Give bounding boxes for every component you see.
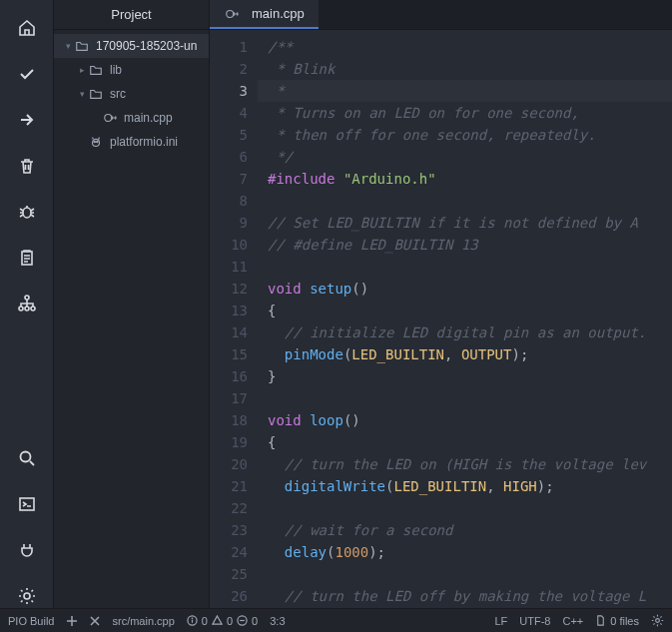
code-line — [258, 563, 672, 585]
svg-point-18 — [656, 619, 660, 623]
tab-label: main.cpp — [252, 6, 305, 21]
gear-icon — [651, 614, 664, 627]
search-icon[interactable] — [15, 446, 39, 470]
status-settings[interactable] — [651, 614, 664, 627]
status-build[interactable]: PIO Build — [8, 615, 54, 627]
code-line: * Turns on an LED on for one second, — [258, 102, 672, 124]
svg-point-8 — [24, 593, 30, 599]
svg-rect-16 — [192, 620, 193, 623]
error-icon — [237, 615, 248, 626]
code-line: #include "Arduino.h" — [258, 168, 672, 190]
tree-row[interactable]: ▾170905-185203-un — [54, 34, 209, 58]
code-line: // turn the LED off by making the voltag… — [258, 585, 672, 607]
svg-point-13 — [227, 10, 234, 17]
svg-point-6 — [20, 452, 30, 462]
code-line: * — [258, 80, 672, 102]
tree-row[interactable]: main.cpp — [54, 106, 209, 130]
code-line: digitalWrite(LED_BUILTIN, HIGH); — [258, 475, 672, 497]
svg-point-2 — [25, 296, 29, 300]
code-line: // #define LED_BUILTIN 13 — [258, 234, 672, 256]
project-panel-title: Project — [54, 0, 209, 30]
home-icon[interactable] — [15, 16, 39, 40]
status-bar: PIO Build src/main.cpp 0 0 0 3:3 LF UTF-… — [0, 608, 672, 632]
tab-main-cpp[interactable]: main.cpp — [210, 0, 319, 29]
status-add[interactable] — [66, 615, 78, 627]
status-diagnostics[interactable]: 0 0 0 — [187, 615, 258, 627]
code-line: void setup() — [258, 278, 672, 300]
status-lang[interactable]: C++ — [562, 615, 583, 627]
disclosure-icon: ▾ — [62, 41, 74, 51]
status-files[interactable]: 0 files — [595, 615, 639, 627]
folder-icon — [88, 87, 104, 101]
project-panel: Project ▾170905-185203-un▸lib▾srcmain.cp… — [54, 0, 210, 608]
hierarchy-icon[interactable] — [15, 292, 39, 316]
plug-icon[interactable] — [15, 538, 39, 562]
svg-point-3 — [19, 307, 23, 311]
code-line — [258, 256, 672, 278]
trash-icon[interactable] — [15, 154, 39, 178]
tree-label: src — [110, 87, 126, 101]
tree-row[interactable]: ▸lib — [54, 58, 209, 82]
svg-point-10 — [93, 139, 100, 146]
tree-label: 170905-185203-un — [96, 39, 197, 53]
code-line — [258, 190, 672, 212]
svg-point-11 — [94, 141, 95, 142]
tab-bar: main.cpp — [210, 0, 672, 30]
tree-label: platformio.ini — [110, 135, 178, 149]
code-line: // initialize LED digital pin as an outp… — [258, 321, 672, 343]
folder-icon — [74, 39, 90, 53]
code-editor[interactable]: 1234567891011121314151617181920212223242… — [210, 30, 672, 608]
status-close[interactable] — [90, 616, 100, 626]
warning-icon — [212, 615, 223, 626]
svg-point-15 — [192, 617, 194, 619]
tree-label: lib — [110, 63, 122, 77]
activity-bar — [0, 0, 54, 608]
tree-row[interactable]: platformio.ini — [54, 130, 209, 154]
code-line: * then off for one second, repeatedly. — [258, 124, 672, 146]
clipboard-icon[interactable] — [15, 246, 39, 270]
disclosure-icon: ▸ — [76, 65, 88, 75]
code-line — [258, 387, 672, 409]
disclosure-icon: ▾ — [76, 89, 88, 99]
arrow-right-icon[interactable] — [15, 108, 39, 132]
svg-point-4 — [25, 307, 29, 311]
code-line — [258, 497, 672, 519]
tree-row[interactable]: ▾src — [54, 82, 209, 106]
tree-label: main.cpp — [124, 111, 173, 125]
svg-point-0 — [23, 208, 31, 218]
file-tree: ▾170905-185203-un▸lib▾srcmain.cppplatfor… — [54, 30, 209, 158]
svg-point-9 — [105, 115, 112, 122]
code-line: * Blink — [258, 58, 672, 80]
svg-point-5 — [31, 307, 35, 311]
code-line: pinMode(LED_BUILTIN, OUTPUT); — [258, 343, 672, 365]
status-path[interactable]: src/main.cpp — [112, 615, 174, 627]
line-gutter: 1234567891011121314151617181920212223242… — [210, 30, 258, 608]
pio-icon — [88, 135, 104, 149]
cpp-icon — [102, 111, 118, 125]
code-line: // Set LED_BUILTIN if it is not defined … — [258, 212, 672, 234]
code-line: void loop() — [258, 409, 672, 431]
code-line: // turn the LED on (HIGH is the voltage … — [258, 453, 672, 475]
cpp-icon — [224, 7, 240, 21]
status-cursor[interactable]: 3:3 — [270, 615, 285, 627]
info-icon — [187, 615, 198, 626]
file-icon — [595, 615, 606, 626]
folder-icon — [88, 63, 104, 77]
code-line: /** — [258, 36, 672, 58]
tab-bar-empty — [319, 0, 672, 29]
status-encoding[interactable]: UTF-8 — [519, 615, 550, 627]
code-line: } — [258, 365, 672, 387]
status-eol[interactable]: LF — [494, 615, 507, 627]
code-line: delay(1000); — [258, 541, 672, 563]
code-line: // wait for a second — [258, 519, 672, 541]
gear-icon[interactable] — [15, 584, 39, 608]
code-lines: /** * Blink * * Turns on an LED on for o… — [258, 30, 672, 608]
terminal-icon[interactable] — [15, 492, 39, 516]
editor-area: main.cpp 1234567891011121314151617181920… — [210, 0, 672, 608]
code-line: { — [258, 431, 672, 453]
bug-icon[interactable] — [15, 200, 39, 224]
check-icon[interactable] — [15, 62, 39, 86]
code-line: { — [258, 300, 672, 321]
code-line: */ — [258, 146, 672, 168]
svg-point-12 — [97, 141, 98, 142]
